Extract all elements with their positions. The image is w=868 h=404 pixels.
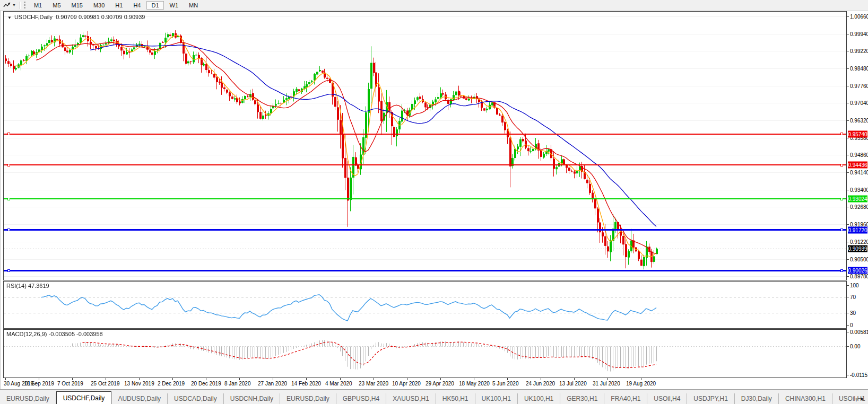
timeframe-button-MN[interactable]: MN [184,1,203,10]
tab-gbpusd-h4[interactable]: GBPUSD,H4 [336,393,386,404]
hline-handle[interactable] [840,198,843,200]
timeframe-button-M15[interactable]: M15 [67,1,88,10]
price-tick-mark [847,120,849,121]
hline-handle[interactable] [840,164,843,166]
price-tick-label: 0.97760 [850,83,868,89]
tab-dj30-daily[interactable]: DJ30,Daily [735,393,779,404]
tab-usdcad-daily[interactable]: USDCAD,Daily [168,393,224,404]
hline-handle[interactable] [7,198,10,200]
date-label: 25 Oct 2019 [91,381,119,387]
price-tick-label: 0.89780 [850,274,868,279]
date-label: 4 Mar 2020 [325,381,352,387]
price-tick-mark [847,242,849,242]
date-label: 31 Jul 2020 [593,381,620,387]
tab-usdchf-daily[interactable]: USDCHF,Daily [56,391,112,404]
chart-collapse-icon[interactable]: ▼ [7,15,12,20]
tab-uk100-h1[interactable]: UK100,H1 [475,393,518,404]
date-tick-mark [574,378,575,380]
hline-handle[interactable] [7,133,10,135]
date-tick-mark [374,378,374,380]
price-tick-label: 0.93400 [850,187,868,193]
hline-0.91720[interactable] [4,229,846,231]
tab-scroll-arrows: ◄► [854,396,866,401]
timeframe-button-H4[interactable]: H4 [128,1,145,10]
tab-usoil-h4[interactable]: USOil,H4 [647,393,687,404]
hline-handle[interactable] [7,269,10,272]
rsi-tick-mark [847,325,849,326]
hline-handle[interactable] [7,229,10,231]
chart-tab-bar: EURUSD,DailyUSDCHF,DailyAUDUSD,DailyUSDC… [0,389,868,404]
price-tick-label: 0.90500 [850,256,868,262]
tab-xauusd-h1[interactable]: XAUUSD,H1 [386,393,436,404]
chevron-down-icon[interactable]: ▼ [12,3,16,7]
date-tick-mark [641,378,641,380]
date-tick-mark [507,378,508,380]
timeframe-button-M1[interactable]: M1 [29,1,47,10]
hline-0.94436[interactable] [4,164,846,165]
date-label: 2 Dec 2019 [158,381,185,387]
price-tick-label: 0.96320 [850,117,868,123]
hline-price-label: 0.94436 [848,162,867,169]
macd-tick-mark [847,375,849,375]
hline-price-label: 0.95740 [848,130,867,137]
tab-ger30-h1[interactable]: GER30,H1 [560,393,604,404]
price-tick-mark [847,86,849,86]
date-label: 18 May 2020 [459,381,490,387]
date-label: 8 Jan 2020 [224,381,251,387]
macd-tick-mark [847,346,849,347]
tab-eurusd-daily[interactable]: EURUSD,Daily [280,393,336,404]
toolbar-separator [20,2,21,9]
hline-handle[interactable] [840,229,843,231]
date-tick-mark [106,378,106,380]
tab-uk100-h1[interactable]: UK100,H1 [518,393,560,404]
tab-scroll-right-icon[interactable]: ► [860,396,866,401]
toolbar-grip[interactable] [24,2,25,8]
hline-handle[interactable] [840,269,843,272]
tab-usdjpy-h1[interactable]: USDJPY,H1 [687,393,734,404]
main-chart-canvas[interactable] [4,12,846,280]
macd-tick-mark [847,332,849,332]
rsi-indicator-label: RSI(14) 47.3619 [6,283,49,289]
date-tick-mark [273,378,273,380]
tab-china300-h1[interactable]: CHINA300,H1 [779,393,832,404]
tab-fra40-h1[interactable]: FRA40,H1 [604,393,647,404]
hline-price-label: 0.91720 [848,226,867,233]
date-tick-mark [541,378,541,380]
hline-handle[interactable] [840,133,843,135]
price-tick-mark [847,103,849,103]
price-tick-mark [847,138,849,138]
date-tick-mark [607,378,608,380]
hline-handle[interactable] [7,164,10,166]
macd-canvas[interactable] [4,330,846,377]
tab-hk50-h1[interactable]: HK50,H1 [436,393,475,404]
price-tick-mark [847,259,849,260]
price-axis[interactable]: 1.006600.999400.992200.984800.977600.970… [847,11,868,378]
price-tick-label: 0.99220 [850,48,868,54]
timeframe-button-M30[interactable]: M30 [89,1,109,10]
timeframe-button-M5[interactable]: M5 [48,1,65,10]
chart-cursor-icon[interactable] [2,1,12,9]
date-label: 10 Apr 2020 [392,381,421,387]
tab-audusd-daily[interactable]: AUDUSD,Daily [111,393,168,404]
price-tick-mark [847,155,849,155]
tab-usdcnh-daily[interactable]: USDCNH,Daily [224,393,280,404]
hline-0.93024[interactable] [4,198,846,199]
rsi-canvas[interactable] [4,282,846,328]
price-tick-mark [847,34,849,34]
date-label: 7 Oct 2019 [57,381,83,387]
tab-scroll-left-icon[interactable]: ◄ [854,396,860,401]
rsi-tick-mark [847,285,849,286]
date-label: 24 Jun 2020 [526,381,555,387]
timeframe-button-H1[interactable]: H1 [110,1,127,10]
current-price-label: 0.90939 [848,245,867,252]
rsi-tick-label: 0 [850,322,853,328]
date-axis[interactable]: 30 Aug 201918 Sep 20197 Oct 201925 Oct 2… [3,378,847,389]
date-tick-mark [306,378,307,380]
macd-tick-label: 0.00 [850,344,860,349]
hline-0.95740[interactable] [4,134,846,135]
price-tick-mark [847,207,849,207]
hline-0.90026[interactable] [4,270,846,271]
timeframe-button-W1[interactable]: W1 [165,1,184,10]
tab-eurusd-daily[interactable]: EURUSD,Daily [0,393,56,404]
timeframe-button-D1[interactable]: D1 [146,1,163,10]
